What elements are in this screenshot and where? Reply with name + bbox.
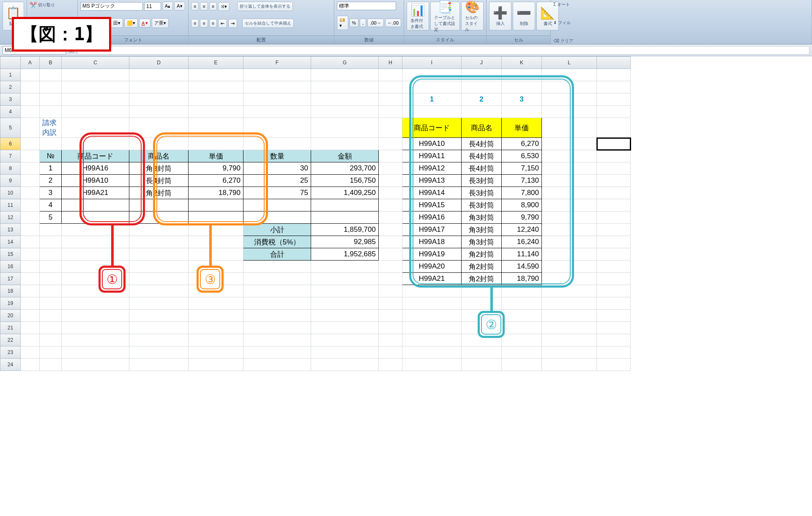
annotation-badge-3: ③ <box>197 266 224 293</box>
alignment-group-label: 配置 <box>189 36 334 44</box>
worksheet-grid[interactable]: ABCDEFGHIJKL12312345請求内訳商品コード商品名単価6H99A1… <box>0 56 812 516</box>
number-group-label: 数値 <box>334 36 404 44</box>
increase-font-button[interactable]: A▴ <box>162 2 173 11</box>
annotation-badge-2: ② <box>478 311 505 338</box>
styles-group-label: スタイル <box>404 36 486 44</box>
fill-label[interactable]: ⬇ フィル <box>553 20 571 26</box>
cond-format-button[interactable]: 📊条件付き書式 <box>407 2 429 30</box>
comma-button[interactable]: , <box>360 19 366 27</box>
inc-decimal-button[interactable]: .00→ <box>367 19 383 27</box>
format-table-button[interactable]: 📑テーブルとして書式設定 <box>430 2 460 30</box>
cell-styles-button[interactable]: 🎨セルのスタイル <box>461 2 484 30</box>
font-color-button[interactable]: A▾ <box>139 19 150 27</box>
annotation-badge-1: ① <box>98 266 126 293</box>
align-bot-button[interactable]: ≡ <box>209 2 217 11</box>
indent-dec-button[interactable]: ⇤ <box>218 19 227 28</box>
number-format-input[interactable] <box>337 2 396 10</box>
font-name-input[interactable] <box>80 2 143 11</box>
cut-label[interactable]: 切り取り <box>38 2 55 8</box>
percent-button[interactable]: % <box>350 19 359 27</box>
clear-label[interactable]: ⌫ クリア <box>553 38 573 44</box>
scissors-icon: ✂️ <box>30 2 37 8</box>
formula-bar: M6▾ fx <box>0 44 812 56</box>
dec-decimal-button[interactable]: ←.00 <box>385 19 401 27</box>
figure-label: 【図：1】 <box>12 17 111 52</box>
wrap-text-button[interactable]: 折り返して全体を表示する <box>237 2 293 11</box>
section-title[interactable]: 請求内訳 <box>40 118 62 138</box>
insert-cells-button[interactable]: ➕挿入 <box>489 2 511 30</box>
decrease-font-button[interactable]: A▾ <box>174 2 185 11</box>
align-top-button[interactable]: ≡ <box>191 2 199 11</box>
delete-cells-button[interactable]: ➖削除 <box>513 2 535 30</box>
cells-group-label: セル <box>487 36 550 44</box>
orientation-button[interactable]: ⤭▾ <box>218 2 230 11</box>
phonetic-button[interactable]: ア亜▾ <box>152 18 169 28</box>
align-left-button[interactable]: ≡ <box>191 19 199 27</box>
align-right-button[interactable]: ≡ <box>209 19 217 27</box>
accounting-button[interactable]: 💴▾ <box>337 16 348 30</box>
align-center-button[interactable]: ≡ <box>200 19 208 27</box>
font-size-input[interactable] <box>144 2 161 11</box>
indent-inc-button[interactable]: ⇥ <box>228 19 237 28</box>
autosum-label[interactable]: Σ オート <box>553 2 570 8</box>
fill-color-button[interactable]: 🟨▾ <box>124 19 138 27</box>
merge-center-button[interactable]: セルを結合して中央揃え <box>242 19 294 28</box>
formula-input[interactable] <box>77 46 809 55</box>
border-button[interactable]: 田▾ <box>111 18 123 28</box>
align-mid-button[interactable]: ≡ <box>200 2 208 11</box>
ribbon: 📋貼り ✂️切り取り A▴ A▾ B I U▾ 田▾ 🟨▾ A▾ ア亜▾ フォン… <box>0 0 812 44</box>
